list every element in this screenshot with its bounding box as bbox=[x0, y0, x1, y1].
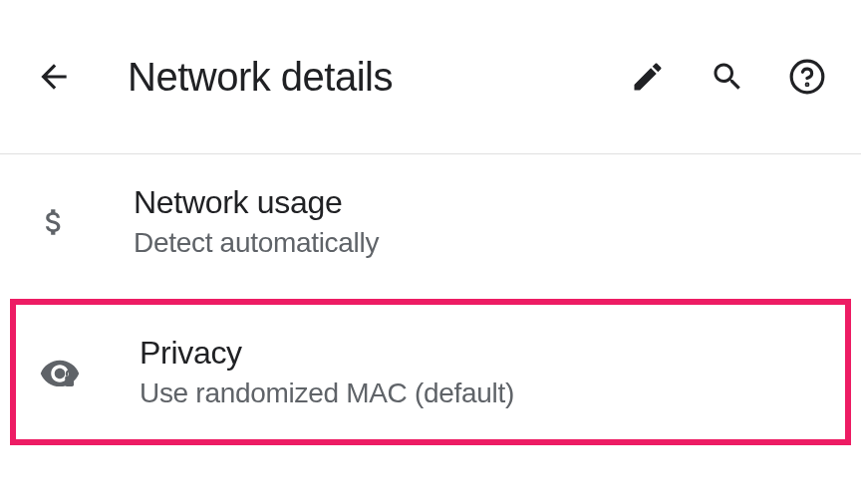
privacy-item[interactable]: Privacy Use randomized MAC (default) bbox=[10, 299, 851, 445]
privacy-eye-icon bbox=[36, 349, 84, 396]
help-icon bbox=[788, 58, 826, 96]
item-title: Network usage bbox=[134, 184, 831, 221]
item-text: Privacy Use randomized MAC (default) bbox=[140, 335, 825, 409]
network-usage-item[interactable]: Network usage Detect automatically bbox=[0, 154, 861, 289]
back-button[interactable] bbox=[30, 53, 78, 101]
page-title: Network details bbox=[128, 55, 592, 100]
item-subtitle: Use randomized MAC (default) bbox=[140, 378, 825, 409]
pencil-icon bbox=[630, 59, 666, 95]
help-button[interactable] bbox=[783, 53, 831, 101]
dollar-icon bbox=[30, 198, 78, 246]
item-text: Network usage Detect automatically bbox=[134, 184, 831, 259]
svg-rect-2 bbox=[65, 376, 74, 386]
search-icon bbox=[710, 59, 745, 95]
svg-point-1 bbox=[806, 84, 808, 86]
search-button[interactable] bbox=[704, 53, 751, 101]
settings-list: Network usage Detect automatically Priva… bbox=[0, 154, 861, 445]
item-title: Privacy bbox=[140, 335, 825, 372]
header: Network details bbox=[0, 0, 861, 154]
edit-button[interactable] bbox=[624, 53, 672, 101]
item-subtitle: Detect automatically bbox=[134, 227, 831, 259]
arrow-back-icon bbox=[35, 58, 73, 96]
